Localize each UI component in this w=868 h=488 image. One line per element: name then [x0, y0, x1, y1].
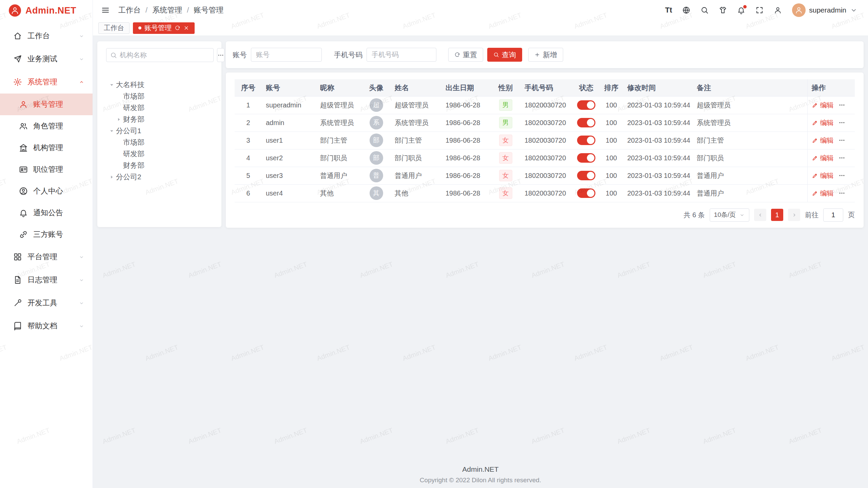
edit-button[interactable]: 编辑 [812, 118, 834, 127]
sidebar-item-position-management[interactable]: 职位管理 [0, 159, 93, 180]
phone-input[interactable] [367, 48, 436, 62]
tab-refresh-icon[interactable] [175, 25, 180, 31]
table-cell-gender: 女 [491, 184, 520, 202]
notification-bell[interactable] [737, 6, 745, 14]
search-icon[interactable] [701, 6, 709, 14]
sidebar-item-third-party-account[interactable]: 三方账号 [0, 224, 93, 245]
caret-down-icon[interactable] [109, 128, 115, 134]
tree-node[interactable]: 财务部 [106, 114, 213, 125]
toggle-knob [587, 137, 594, 144]
status-toggle[interactable] [577, 118, 595, 127]
row-more-icon[interactable] [839, 190, 845, 197]
breadcrumb-item[interactable]: 工作台 [118, 5, 141, 15]
sidebar-item-platform-management[interactable]: 平台管理 [0, 245, 93, 268]
edit-icon [812, 120, 818, 126]
page-1-button[interactable]: 1 [771, 209, 783, 221]
status-toggle[interactable] [577, 188, 595, 198]
profile-icon[interactable] [774, 6, 782, 14]
edit-button[interactable]: 编辑 [812, 136, 834, 145]
tab-label: 工作台 [104, 23, 124, 33]
edit-button[interactable]: 编辑 [812, 154, 834, 163]
table-cell-actions: 编辑 [807, 131, 855, 149]
search-button[interactable]: 查询 [487, 48, 522, 62]
breadcrumb-item[interactable]: 账号管理 [194, 5, 223, 15]
caret-right-icon[interactable] [116, 117, 122, 122]
tree-node[interactable]: 研发部 [106, 102, 213, 114]
phone-label: 手机号码 [334, 50, 362, 60]
sidebar-item-account-management[interactable]: 账号管理 [0, 94, 93, 115]
cell-modified: 2023-01-03 10:59:44 [627, 172, 690, 179]
search-label: 查询 [502, 50, 516, 60]
caret-right-icon[interactable] [109, 174, 115, 180]
add-button[interactable]: 新增 [528, 48, 563, 62]
chevron-down-icon [79, 300, 84, 306]
table-cell-nickname: 普通用户 [316, 167, 362, 184]
edit-button[interactable]: 编辑 [812, 171, 834, 180]
fullscreen-icon[interactable] [755, 6, 764, 14]
table-cell-index: 4 [235, 149, 262, 167]
row-more-icon[interactable] [839, 155, 845, 161]
idcard-icon [19, 165, 28, 174]
account-input[interactable] [251, 48, 322, 62]
gender-badge: 女 [499, 135, 512, 146]
tree-node[interactable]: 市场部 [106, 137, 213, 148]
avatar [792, 3, 806, 17]
sidebar-item-system-management[interactable]: 系统管理 [0, 70, 93, 94]
table-cell-gender: 男 [491, 96, 520, 114]
user-menu[interactable]: superadmin [792, 3, 858, 17]
tab-workbench[interactable]: 工作台 [98, 22, 130, 34]
sidebar-item-profile-center[interactable]: 个人中心 [0, 180, 93, 202]
tree-node[interactable]: 分公司1 [106, 125, 213, 137]
cell-remark: 普通用户 [697, 172, 724, 179]
tree-node[interactable]: 研发部 [106, 148, 213, 160]
sidebar-item-dev-tools[interactable]: 开发工具 [0, 291, 93, 314]
goto-page-input[interactable] [823, 208, 843, 222]
tree-node[interactable]: 财务部 [106, 160, 213, 171]
doc-icon [13, 276, 22, 284]
org-tree-panel: 大名科技市场部研发部财务部分公司1市场部研发部财务部分公司2 [97, 41, 221, 227]
cell-phone: 18020030720 [525, 101, 566, 109]
status-toggle[interactable] [577, 171, 595, 180]
table-cell-phone: 18020030720 [520, 149, 573, 167]
avatar: 其 [370, 186, 383, 200]
chevron-down-icon [79, 254, 84, 260]
sidebar-item-log-management[interactable]: 日志管理 [0, 268, 93, 291]
row-more-icon[interactable] [839, 102, 845, 108]
reset-button[interactable]: 重置 [448, 48, 483, 62]
tab-close-icon[interactable] [183, 25, 189, 31]
app-root: Admin.NET 工作台业务测试系统管理账号管理角色管理机构管理职位管理个人中… [0, 0, 868, 488]
row-more-icon[interactable] [839, 172, 845, 179]
caret-down-icon[interactable] [109, 82, 115, 88]
hamburger-icon[interactable] [101, 6, 110, 14]
cell-birthdate: 1986-06-28 [446, 137, 480, 144]
sidebar-item-help-docs[interactable]: 帮助文档 [0, 314, 93, 338]
tab-account-management[interactable]: 账号管理 [133, 22, 195, 34]
org-search-input[interactable] [120, 51, 210, 59]
sidebar-item-business-test[interactable]: 业务测试 [0, 47, 93, 70]
sidebar-item-role-management[interactable]: 角色管理 [0, 115, 93, 137]
theme-icon[interactable] [719, 6, 727, 14]
row-more-icon[interactable] [839, 119, 845, 126]
tree-node[interactable]: 市场部 [106, 90, 213, 102]
tree-node[interactable]: 大名科技 [106, 79, 213, 90]
table-cell-remark: 普通用户 [693, 184, 807, 202]
status-toggle[interactable] [577, 100, 595, 110]
breadcrumb-item[interactable]: 系统管理 [152, 5, 182, 15]
topbar-actions: Tt superadmin [665, 3, 858, 17]
tree-node-label: 财务部 [123, 115, 144, 124]
edit-button[interactable]: 编辑 [812, 101, 834, 110]
prev-page-button[interactable] [754, 209, 766, 221]
row-more-icon[interactable] [839, 137, 845, 144]
sidebar-item-workbench[interactable]: 工作台 [0, 24, 93, 47]
sidebar-item-org-management[interactable]: 机构管理 [0, 137, 93, 159]
font-size-icon[interactable]: Tt [665, 6, 672, 14]
org-more-button[interactable] [217, 48, 224, 62]
language-icon[interactable] [682, 6, 690, 14]
sidebar-item-notice-announcement[interactable]: 通知公告 [0, 202, 93, 224]
status-toggle[interactable] [577, 153, 595, 163]
status-toggle[interactable] [577, 136, 595, 145]
tree-node[interactable]: 分公司2 [106, 171, 213, 183]
next-page-button[interactable] [788, 209, 800, 221]
page-size-select[interactable]: 10条/页 [710, 208, 749, 222]
edit-button[interactable]: 编辑 [812, 189, 834, 198]
